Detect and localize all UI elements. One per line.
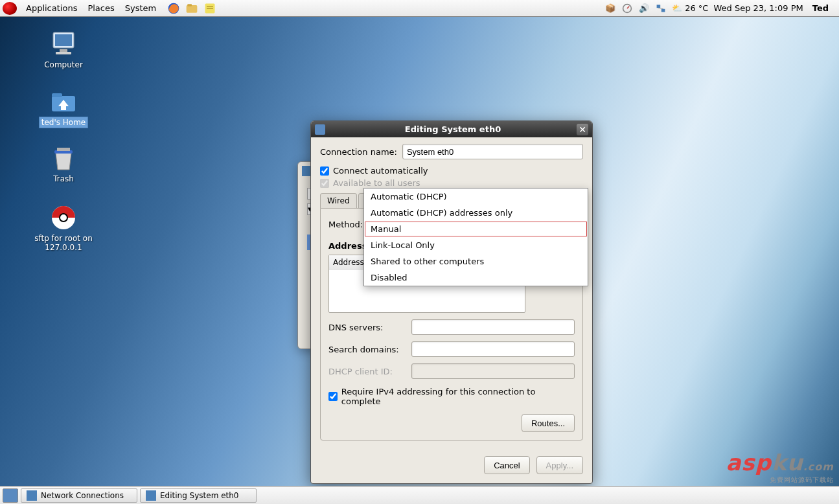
svg-point-20: [60, 214, 67, 222]
svg-rect-14: [56, 52, 71, 54]
dns-servers-label: DNS servers:: [328, 323, 406, 332]
trash-icon: [48, 144, 79, 172]
taskbar-item-label: Network Connections: [41, 491, 124, 500]
dhcp-client-id-label: DHCP client ID:: [328, 367, 406, 376]
connect-automatically-label: Connect automatically: [333, 166, 428, 176]
weather-temp: 26 °C: [685, 3, 708, 13]
menu-applications[interactable]: Applications: [21, 1, 82, 15]
network-icon: [146, 490, 156, 501]
connect-automatically-checkbox[interactable]: [320, 166, 329, 176]
watermark: aspku.com 免费网站源码下载站: [726, 450, 834, 485]
menu-system[interactable]: System: [120, 1, 161, 15]
firefox-icon[interactable]: [167, 1, 181, 16]
desktop-icon-label: Computer: [42, 60, 85, 70]
update-icon[interactable]: 📦: [604, 3, 616, 14]
method-option-disabled[interactable]: Disabled: [364, 269, 588, 286]
desktop-icon-label: Trash: [51, 174, 76, 184]
taskbar-item-label: Editing System eth0: [160, 491, 239, 500]
tab-wired[interactable]: Wired: [320, 193, 357, 208]
clock[interactable]: Wed Sep 23, 1:09 PM: [713, 3, 803, 13]
method-label: Method:: [328, 220, 363, 229]
editing-connection-dialog: Editing System eth0 ✕ Connection name: C…: [310, 120, 593, 484]
volume-icon[interactable]: 🔊: [638, 3, 650, 14]
dns-servers-input[interactable]: [411, 319, 575, 335]
user-menu[interactable]: Ted: [809, 3, 833, 13]
menu-places[interactable]: Places: [82, 1, 119, 15]
connection-name-input[interactable]: [402, 144, 583, 159]
method-option-link-local[interactable]: Link-Local Only: [364, 237, 588, 253]
dhcp-client-id-input: [411, 363, 575, 379]
require-ipv4-label: Require IPv4 addressing for this connect…: [341, 387, 575, 406]
search-domains-input[interactable]: [411, 341, 575, 357]
search-domains-label: Search domains:: [328, 345, 406, 354]
window-title: Editing System eth0: [329, 124, 577, 134]
svg-rect-13: [60, 49, 67, 52]
available-all-users-label: Available to all users: [333, 178, 420, 188]
desktop-icon-sftp[interactable]: sftp for root on 127.0.0.1: [25, 203, 102, 253]
file-browser-icon[interactable]: [185, 1, 199, 16]
svg-rect-8: [657, 5, 661, 8]
home-folder-icon: [48, 87, 79, 115]
method-option-manual[interactable]: Manual: [364, 221, 588, 237]
available-all-users-checkbox: [320, 179, 329, 188]
cancel-button[interactable]: Cancel: [484, 456, 529, 474]
svg-rect-1: [187, 5, 198, 13]
desktop-icon-label: sftp for root on 127.0.0.1: [25, 233, 102, 253]
svg-line-7: [627, 6, 629, 8]
apply-button: Apply...: [536, 456, 583, 474]
svg-rect-16: [52, 93, 62, 97]
method-dropdown-popup: Automatic (DHCP) Automatic (DHCP) addres…: [363, 188, 588, 286]
svg-rect-2: [188, 4, 192, 6]
close-button[interactable]: ✕: [577, 124, 588, 135]
titlebar[interactable]: Editing System eth0 ✕: [311, 121, 592, 137]
connection-name-label: Connection name:: [320, 147, 397, 157]
redhat-logo-icon[interactable]: [3, 2, 17, 15]
notes-icon[interactable]: [203, 1, 217, 16]
top-panel: Applications Places System 📦 🔊 ⛅ 26 °C W…: [0, 0, 839, 17]
taskbar-item-editing-eth0[interactable]: Editing System eth0: [140, 488, 257, 503]
svg-rect-12: [55, 34, 72, 46]
method-option-shared[interactable]: Shared to other computers: [364, 253, 588, 269]
desktop-icon-computer[interactable]: Computer: [25, 30, 102, 70]
svg-rect-9: [661, 8, 665, 12]
network-icon[interactable]: [655, 3, 667, 14]
weather-applet[interactable]: ⛅ 26 °C: [672, 3, 708, 13]
require-ipv4-checkbox[interactable]: [328, 392, 338, 401]
method-option-auto-dhcp-addresses[interactable]: Automatic (DHCP) addresses only: [364, 205, 588, 221]
desktop-icon-trash[interactable]: Trash: [25, 144, 102, 184]
cpu-gauge-icon[interactable]: [621, 3, 633, 14]
desktop-icon-label: ted's Home: [39, 117, 89, 128]
weather-icon: ⛅: [672, 3, 682, 13]
computer-icon: [48, 30, 79, 58]
svg-line-10: [658, 8, 663, 9]
desktop-icon-home[interactable]: ted's Home: [25, 87, 102, 128]
method-option-auto-dhcp[interactable]: Automatic (DHCP): [364, 189, 588, 205]
svg-rect-18: [57, 148, 70, 151]
window-icon: [315, 124, 325, 135]
remote-server-icon: [48, 203, 79, 232]
bottom-panel: Network Connections Editing System eth0: [0, 486, 839, 504]
show-desktop-button[interactable]: [3, 488, 18, 503]
network-icon: [27, 490, 37, 501]
taskbar-item-network-connections[interactable]: Network Connections: [21, 488, 137, 503]
routes-button[interactable]: Routes...: [522, 414, 575, 432]
